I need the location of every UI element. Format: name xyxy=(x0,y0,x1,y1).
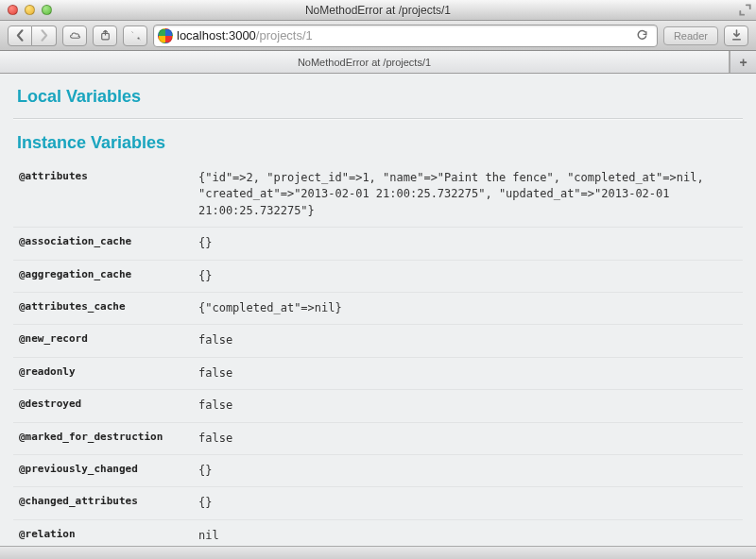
variable-value: false xyxy=(193,325,743,357)
variable-name: @marked_for_destruction xyxy=(13,422,193,454)
local-variables-heading: Local Variables xyxy=(13,74,743,116)
variable-name: @changed_attributes xyxy=(13,487,193,519)
instance-variables-table: @attributes{"id"=>2, "project_id"=>1, "n… xyxy=(13,162,743,546)
table-row: @new_recordfalse xyxy=(13,325,743,357)
variable-value: {"id"=>2, "project_id"=>1, "name"=>"Pain… xyxy=(193,162,743,228)
table-row: @readonlyfalse xyxy=(13,357,743,389)
variable-name: @attributes xyxy=(13,162,193,228)
table-row: @destroyedfalse xyxy=(13,390,743,422)
share-button[interactable] xyxy=(93,25,117,46)
url-host: localhost:3000 xyxy=(177,28,256,42)
svg-point-1 xyxy=(137,37,139,39)
minimize-window-button[interactable] xyxy=(25,5,35,15)
table-row: @attributes_cache{"completed_at"=>nil} xyxy=(13,292,743,324)
variable-value: false xyxy=(193,422,743,454)
variable-name: @attributes_cache xyxy=(13,292,193,324)
tab-strip: NoMethodError at /projects/1 + xyxy=(0,51,756,74)
table-row: @changed_attributes{} xyxy=(13,487,743,519)
table-row: @previously_changed{} xyxy=(13,454,743,486)
zoom-window-button[interactable] xyxy=(42,5,52,15)
variable-name: @relation xyxy=(13,519,193,546)
window-titlebar: NoMethodError at /projects/1 xyxy=(0,0,756,21)
table-row: @attributes{"id"=>2, "project_id"=>1, "n… xyxy=(13,162,743,228)
variable-value: {} xyxy=(193,260,743,292)
variable-name: @readonly xyxy=(13,357,193,389)
plus-icon: + xyxy=(739,55,747,70)
downloads-button[interactable] xyxy=(724,25,748,46)
table-row: @aggregation_cache{} xyxy=(13,260,743,292)
nav-buttons xyxy=(8,25,57,46)
variable-value: false xyxy=(193,390,743,422)
variable-name: @association_cache xyxy=(13,228,193,260)
address-bar[interactable]: localhost:3000/projects/1 xyxy=(153,25,658,47)
close-window-button[interactable] xyxy=(8,5,18,15)
variable-value: {} xyxy=(193,454,743,486)
table-row: @relationnil xyxy=(13,519,743,546)
tab-title: NoMethodError at /projects/1 xyxy=(298,57,431,68)
variable-value: {"completed_at"=>nil} xyxy=(193,292,743,324)
browser-tab[interactable]: NoMethodError at /projects/1 xyxy=(0,51,730,73)
new-tab-button[interactable]: + xyxy=(730,51,756,73)
variable-name: @new_record xyxy=(13,325,193,357)
variable-value: false xyxy=(193,357,743,389)
reload-button[interactable] xyxy=(636,29,653,42)
traffic-lights xyxy=(8,5,52,15)
variable-value: {} xyxy=(193,487,743,519)
site-favicon xyxy=(158,28,173,43)
back-button[interactable] xyxy=(8,25,32,46)
url-path: /projects/1 xyxy=(256,28,313,42)
fullscreen-icon[interactable] xyxy=(739,4,750,15)
window-statusbar xyxy=(0,546,756,559)
variable-name: @previously_changed xyxy=(13,454,193,486)
variable-name: @aggregation_cache xyxy=(13,260,193,292)
browser-toolbar: localhost:3000/projects/1 Reader xyxy=(0,21,756,51)
url-text: localhost:3000/projects/1 xyxy=(177,28,313,42)
forward-button[interactable] xyxy=(32,25,57,46)
variable-value: {} xyxy=(193,228,743,260)
reader-button[interactable]: Reader xyxy=(663,26,718,45)
variable-value: nil xyxy=(193,519,743,546)
table-row: @marked_for_destructionfalse xyxy=(13,422,743,454)
inspector-button[interactable] xyxy=(123,25,147,46)
table-row: @association_cache{} xyxy=(13,228,743,260)
instance-variables-heading: Instance Variables xyxy=(13,120,743,162)
icloud-button[interactable] xyxy=(62,25,87,46)
page-content: Local Variables Instance Variables @attr… xyxy=(0,74,756,546)
window-title: NoMethodError at /projects/1 xyxy=(0,4,756,17)
variable-name: @destroyed xyxy=(13,390,193,422)
